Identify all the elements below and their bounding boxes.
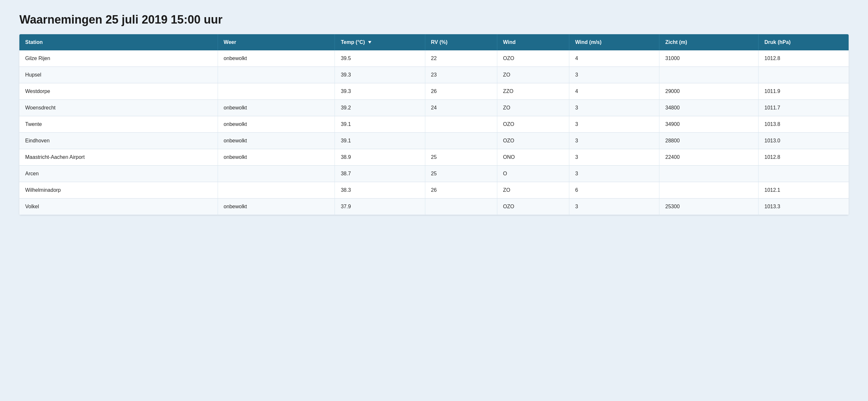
cell-windms: 3 xyxy=(569,67,659,83)
col-header-label-zicht: Zicht (m) xyxy=(665,39,687,45)
cell-station: Arcen xyxy=(20,166,218,182)
cell-weer: onbewolkt xyxy=(218,198,335,215)
cell-wind: ZZO xyxy=(497,83,569,100)
cell-zicht xyxy=(659,166,758,182)
cell-temp: 37.9 xyxy=(335,198,425,215)
cell-station: Eindhoven xyxy=(20,133,218,149)
cell-rv: 24 xyxy=(425,100,497,116)
cell-temp: 39.1 xyxy=(335,133,425,149)
cell-station: Hupsel xyxy=(20,67,218,83)
col-header-temp[interactable]: Temp (°C) xyxy=(335,34,425,50)
cell-weer xyxy=(218,67,335,83)
cell-temp: 39.2 xyxy=(335,100,425,116)
cell-zicht: 25300 xyxy=(659,198,758,215)
table-row: Maastricht-Aachen Airportonbewolkt38.925… xyxy=(20,149,848,166)
cell-weer: onbewolkt xyxy=(218,149,335,166)
cell-windms: 4 xyxy=(569,50,659,67)
cell-weer xyxy=(218,166,335,182)
cell-windms: 3 xyxy=(569,198,659,215)
col-header-label-wind: Wind xyxy=(503,39,516,45)
cell-zicht: 29000 xyxy=(659,83,758,100)
col-header-rv: RV (%) xyxy=(425,34,497,50)
cell-weer: onbewolkt xyxy=(218,116,335,133)
cell-druk: 1011.9 xyxy=(758,83,848,100)
cell-rv: 25 xyxy=(425,149,497,166)
cell-windms: 3 xyxy=(569,149,659,166)
cell-druk: 1012.8 xyxy=(758,50,848,67)
cell-rv: 22 xyxy=(425,50,497,67)
cell-druk: 1011.7 xyxy=(758,100,848,116)
cell-druk: 1013.3 xyxy=(758,198,848,215)
cell-wind: OZO xyxy=(497,133,569,149)
cell-druk: 1013.8 xyxy=(758,116,848,133)
cell-station: Woensdrecht xyxy=(20,100,218,116)
cell-zicht: 34900 xyxy=(659,116,758,133)
cell-rv: 23 xyxy=(425,67,497,83)
cell-wind: ZO xyxy=(497,182,569,198)
cell-station: Twente xyxy=(20,116,218,133)
cell-rv: 26 xyxy=(425,182,497,198)
col-header-druk: Druk (hPa) xyxy=(758,34,848,50)
table-row: Hupsel39.323ZO3 xyxy=(20,67,848,83)
cell-rv: 26 xyxy=(425,83,497,100)
cell-druk: 1012.8 xyxy=(758,149,848,166)
weather-table: StationWeerTemp (°C)RV (%)WindWind (m/s)… xyxy=(20,34,848,215)
cell-weer xyxy=(218,83,335,100)
weather-table-container: StationWeerTemp (°C)RV (%)WindWind (m/s)… xyxy=(20,34,848,215)
col-header-station: Station xyxy=(20,34,218,50)
table-row: Wilhelminadorp38.326ZO61012.1 xyxy=(20,182,848,198)
cell-temp: 39.5 xyxy=(335,50,425,67)
cell-rv xyxy=(425,198,497,215)
cell-wind: OZO xyxy=(497,198,569,215)
cell-wind: O xyxy=(497,166,569,182)
cell-druk: 1012.1 xyxy=(758,182,848,198)
table-row: Volkelonbewolkt37.9OZO3253001013.3 xyxy=(20,198,848,215)
table-body: Gilze Rijenonbewolkt39.522OZO4310001012.… xyxy=(20,50,848,215)
cell-windms: 3 xyxy=(569,100,659,116)
cell-windms: 3 xyxy=(569,166,659,182)
cell-rv: 25 xyxy=(425,166,497,182)
col-header-label-windms: Wind (m/s) xyxy=(575,39,601,45)
cell-windms: 3 xyxy=(569,116,659,133)
cell-temp: 39.3 xyxy=(335,83,425,100)
cell-zicht: 34800 xyxy=(659,100,758,116)
cell-temp: 38.3 xyxy=(335,182,425,198)
cell-wind: ONO xyxy=(497,149,569,166)
cell-zicht: 22400 xyxy=(659,149,758,166)
cell-druk xyxy=(758,67,848,83)
table-header-row: StationWeerTemp (°C)RV (%)WindWind (m/s)… xyxy=(20,34,848,50)
cell-temp: 38.7 xyxy=(335,166,425,182)
cell-wind: ZO xyxy=(497,67,569,83)
col-header-windms: Wind (m/s) xyxy=(569,34,659,50)
table-row: Eindhovenonbewolkt39.1OZO3288001013.0 xyxy=(20,133,848,149)
col-header-weer: Weer xyxy=(218,34,335,50)
cell-rv xyxy=(425,116,497,133)
cell-weer xyxy=(218,182,335,198)
cell-druk xyxy=(758,166,848,182)
cell-windms: 4 xyxy=(569,83,659,100)
col-header-label-temp: Temp (°C) xyxy=(341,39,365,45)
col-header-zicht: Zicht (m) xyxy=(659,34,758,50)
cell-windms: 6 xyxy=(569,182,659,198)
cell-zicht xyxy=(659,67,758,83)
cell-weer: onbewolkt xyxy=(218,133,335,149)
cell-zicht: 31000 xyxy=(659,50,758,67)
cell-temp: 39.3 xyxy=(335,67,425,83)
table-row: Twenteonbewolkt39.1OZO3349001013.8 xyxy=(20,116,848,133)
table-row: Westdorpe39.326ZZO4290001011.9 xyxy=(20,83,848,100)
col-header-label-station: Station xyxy=(25,39,42,45)
cell-wind: ZO xyxy=(497,100,569,116)
col-header-wind: Wind xyxy=(497,34,569,50)
table-row: Arcen38.725O3 xyxy=(20,166,848,182)
cell-station: Wilhelminadorp xyxy=(20,182,218,198)
cell-station: Westdorpe xyxy=(20,83,218,100)
sort-arrow-temp xyxy=(368,41,371,43)
cell-rv xyxy=(425,133,497,149)
table-row: Woensdrechtonbewolkt39.224ZO3348001011.7 xyxy=(20,100,848,116)
cell-wind: OZO xyxy=(497,116,569,133)
cell-station: Maastricht-Aachen Airport xyxy=(20,149,218,166)
cell-zicht xyxy=(659,182,758,198)
cell-windms: 3 xyxy=(569,133,659,149)
col-header-label-rv: RV (%) xyxy=(431,39,447,45)
cell-wind: OZO xyxy=(497,50,569,67)
